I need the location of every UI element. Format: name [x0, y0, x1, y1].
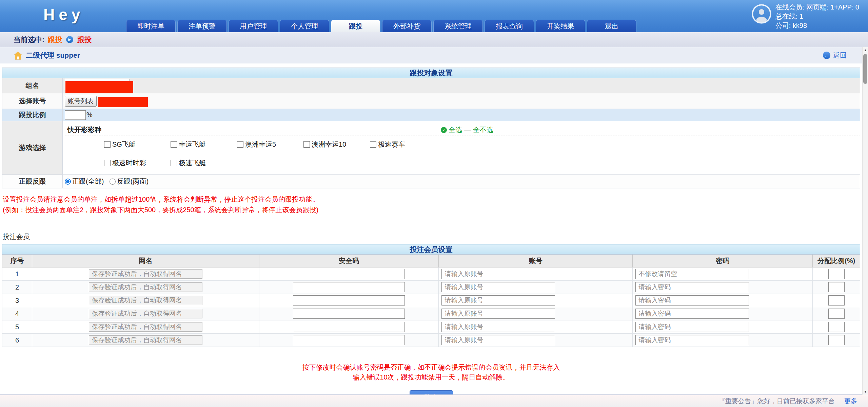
follow-ratio-input[interactable]: [65, 110, 86, 120]
more-link[interactable]: 更多: [844, 397, 857, 406]
members-table: 投注会员设置 序号 网名 安全码 账号 密码 分配比例(%) 1 2 3: [2, 244, 860, 347]
account-input[interactable]: [441, 269, 555, 279]
game-category-label: 快开彩彩种: [67, 125, 101, 134]
game-checkbox-jisu-shishicai[interactable]: 极速时时彩: [104, 159, 171, 168]
webname-input[interactable]: [89, 335, 202, 345]
password-input[interactable]: [635, 309, 749, 319]
follow-target-form: 跟投对象设置 组名 选择账号 账号列表 跟投比例 % 游戏选择: [2, 68, 860, 188]
tab-logout[interactable]: 退出: [587, 20, 636, 32]
password-input[interactable]: [635, 282, 749, 292]
webname-input[interactable]: [89, 309, 202, 318]
radio-icon-selected: [65, 179, 71, 185]
game-select-label: 游戏选择: [2, 121, 63, 175]
password-input[interactable]: [635, 269, 749, 279]
allocation-ratio-input[interactable]: [828, 322, 845, 332]
select-none-link[interactable]: 全不选: [473, 125, 493, 134]
allocation-ratio-input[interactable]: [828, 295, 845, 306]
content-area: 二级代理 supper ← 返回 跟投对象设置 组名 选择账号 账号列表: [0, 47, 862, 395]
game-checkbox-jisu-feiting[interactable]: 极速飞艇: [171, 159, 237, 168]
allocation-ratio-input[interactable]: [828, 282, 845, 292]
webname-input[interactable]: [89, 282, 202, 292]
security-code-input[interactable]: [293, 309, 405, 319]
tab-follow[interactable]: 跟投: [331, 20, 380, 32]
password-input[interactable]: [635, 322, 749, 332]
back-button[interactable]: ← 返回: [823, 51, 847, 60]
col-header-ratio: 分配比例(%): [813, 255, 860, 267]
avatar-icon: [752, 4, 771, 24]
tab-user-management[interactable]: 用户管理: [229, 20, 278, 32]
col-header-password: 密码: [633, 255, 813, 267]
security-code-input[interactable]: [293, 295, 405, 306]
allocation-ratio-input[interactable]: [828, 269, 845, 279]
tab-order-alerts[interactable]: 注单预警: [177, 20, 227, 32]
security-code-input[interactable]: [293, 335, 405, 345]
radio-icon: [110, 179, 116, 185]
footer-bar: 『重要公告』您好，目前已接获多家平台 更多: [0, 395, 868, 407]
game-checkbox-jisu-saiche[interactable]: 极速赛车: [370, 140, 436, 149]
security-code-input[interactable]: [293, 282, 405, 292]
game-checkbox-xingyun-feiting[interactable]: 幸运飞艇: [171, 140, 237, 149]
radio-forward-follow[interactable]: 正跟(全部): [65, 177, 104, 186]
checkbox-icon: [237, 141, 243, 148]
company-text: 公司: kk98: [775, 21, 859, 30]
allocation-ratio-input[interactable]: [828, 335, 845, 345]
game-checkbox-sg-feiting[interactable]: SG飞艇: [104, 140, 171, 149]
password-input[interactable]: [635, 295, 749, 306]
direction-label: 正跟反跟: [2, 175, 63, 188]
scroll-up-icon[interactable]: ▲: [863, 47, 868, 53]
page-header: 二级代理 supper ← 返回: [0, 47, 862, 63]
security-code-input[interactable]: [293, 322, 405, 332]
game-checkbox-aozhou-xingyun5[interactable]: 澳洲幸运5: [237, 140, 303, 149]
webname-input[interactable]: [89, 296, 202, 305]
game-checkbox-aozhou-xingyun10[interactable]: 澳洲幸运10: [303, 140, 370, 149]
checkbox-icon: [104, 141, 111, 148]
account-list-button[interactable]: 账号列表: [65, 96, 97, 107]
main-nav: 即时注单 注单预警 用户管理 个人管理 跟投 外部补货 系统管理 报表查询 开奖…: [126, 20, 636, 32]
vertical-scrollbar[interactable]: ▲ ▼: [862, 47, 868, 395]
col-header-seq: 序号: [2, 255, 32, 267]
tab-external-restock[interactable]: 外部补货: [382, 20, 432, 32]
tab-system-management[interactable]: 系统管理: [433, 20, 483, 32]
checkbox-icon: [171, 141, 177, 148]
percent-sign: %: [86, 111, 93, 118]
webname-input[interactable]: [89, 269, 202, 279]
redaction-group-name: [65, 81, 133, 93]
back-arrow-icon: ←: [823, 52, 830, 59]
checkbox-icon: [370, 141, 376, 148]
tab-lottery-results[interactable]: 开奖结果: [536, 20, 585, 32]
app-logo: Hey: [43, 5, 84, 24]
breadcrumb: 当前选中: 跟投 ▶ 跟投: [0, 32, 868, 47]
confirm-button[interactable]: 确定: [410, 390, 453, 395]
account-input[interactable]: [441, 295, 555, 306]
tab-reports[interactable]: 报表查询: [485, 20, 534, 32]
scroll-thumb[interactable]: [863, 54, 867, 84]
allocation-ratio-input[interactable]: [828, 309, 845, 319]
dash-separator: —: [464, 126, 471, 134]
follow-ratio-label: 跟投比例: [2, 109, 63, 121]
online-members-text: 在线会员: 网页端: 1+APP: 0: [775, 3, 859, 12]
account-input[interactable]: [441, 282, 555, 292]
select-all-link[interactable]: ✓ 全选: [441, 125, 462, 134]
webname-input[interactable]: [89, 322, 202, 332]
col-header-security: 安全码: [259, 255, 439, 267]
member-row: 2: [2, 281, 860, 294]
total-online-text: 总在线: 1: [775, 12, 859, 21]
radio-reverse-follow[interactable]: 反跟(两面): [110, 177, 149, 186]
breadcrumb-section[interactable]: 跟投: [48, 35, 62, 44]
scroll-down-icon[interactable]: ▼: [863, 389, 868, 395]
page-title: 二级代理 supper: [26, 51, 80, 60]
member-row: 3: [2, 294, 860, 307]
top-header: Hey 即时注单 注单预警 用户管理 个人管理 跟投 外部补货 系统管理 报表查…: [0, 0, 868, 32]
password-input[interactable]: [635, 335, 749, 345]
account-input[interactable]: [441, 335, 555, 345]
account-input[interactable]: [441, 309, 555, 319]
group-name-label: 组名: [2, 78, 63, 93]
security-code-input[interactable]: [293, 269, 405, 279]
tab-instant-orders[interactable]: 即时注单: [126, 20, 176, 32]
home-icon: [14, 51, 22, 60]
member-row: 6: [2, 334, 860, 347]
account-input[interactable]: [441, 322, 555, 332]
breadcrumb-page[interactable]: 跟投: [77, 35, 92, 44]
select-account-label: 选择账号: [2, 93, 63, 109]
tab-personal-management[interactable]: 个人管理: [280, 20, 329, 32]
